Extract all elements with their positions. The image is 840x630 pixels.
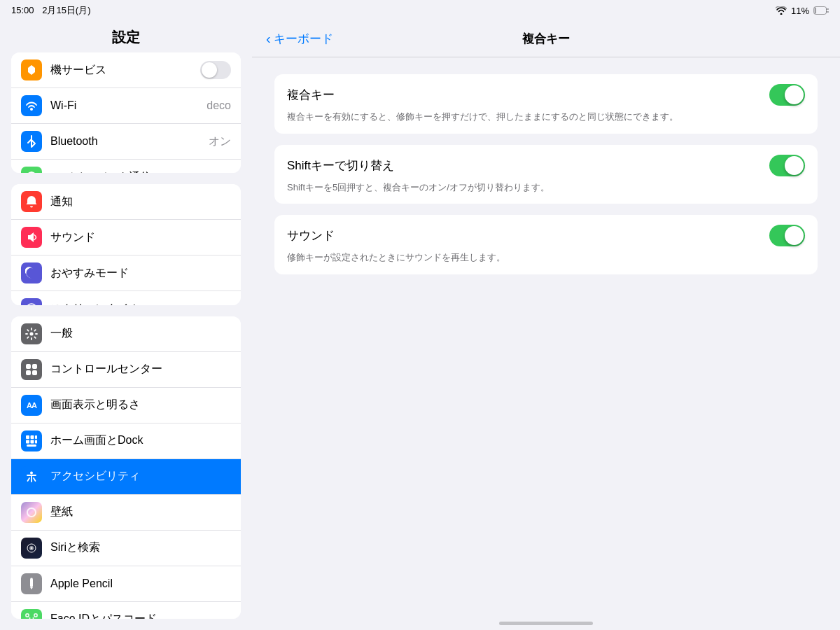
svg-rect-18 xyxy=(31,440,34,443)
machine-learning-label: 機サービス xyxy=(50,63,200,78)
sound-label: サウンド xyxy=(287,227,335,244)
right-content: 複合キー 複合キーを有効にすると、修飾キーを押すだけで、押したままにするのと同じ… xyxy=(252,57,840,616)
accessibility-label: アクセシビリティ xyxy=(50,469,231,484)
shift-toggle-toggle[interactable] xyxy=(769,155,805,176)
svg-rect-16 xyxy=(35,435,37,439)
face-id-label: Face IDとパスコード xyxy=(50,612,231,619)
home-indicator xyxy=(252,616,840,630)
svg-rect-17 xyxy=(26,440,29,443)
sidebar-item-face-id[interactable]: Face IDとパスコード xyxy=(11,602,241,619)
apple-pencil-icon xyxy=(21,573,42,594)
general-icon xyxy=(21,323,42,344)
right-panel-title: 複合キー xyxy=(522,31,570,47)
back-button[interactable]: ‹ キーボード xyxy=(266,31,333,47)
svg-marker-26 xyxy=(30,587,33,589)
svg-rect-20 xyxy=(27,444,36,447)
sidebar-item-wifi[interactable]: Wi-Fi deco xyxy=(11,88,241,124)
svg-rect-11 xyxy=(32,364,37,369)
home-dock-label: ホーム画面とDock xyxy=(50,433,231,448)
svg-point-33 xyxy=(33,617,34,619)
svg-rect-13 xyxy=(32,370,37,375)
mobile-data-label: モバイルデータ通信 xyxy=(50,170,231,174)
svg-rect-12 xyxy=(26,370,31,375)
sidebar-item-screen-time[interactable]: スクリーンタイム xyxy=(11,291,241,304)
svg-point-8 xyxy=(27,304,36,304)
bluetooth-icon xyxy=(21,131,42,152)
machine-learning-icon xyxy=(21,59,42,80)
notifications-label: 通知 xyxy=(50,195,231,209)
display-label: 画面表示と明るさ xyxy=(50,398,231,412)
mobile-data-icon xyxy=(21,167,42,173)
machine-learning-toggle[interactable] xyxy=(200,61,231,79)
sidebar-group-notifications: 通知 サウンド おやすみモード xyxy=(11,184,241,304)
sidebar-item-display[interactable]: AA 画面表示と明るさ xyxy=(11,388,241,424)
sidebar-item-general[interactable]: 一般 xyxy=(11,316,241,352)
notifications-icon xyxy=(21,191,42,212)
home-dock-icon xyxy=(21,430,42,451)
svg-point-24 xyxy=(31,547,32,549)
svg-rect-15 xyxy=(31,435,34,439)
svg-point-21 xyxy=(30,471,33,474)
bluetooth-label: Bluetooth xyxy=(50,135,209,148)
sticky-keys-label: 複合キー xyxy=(287,87,335,103)
sound-card: サウンド 修飾キーが設定されたときにサウンドを再生します。 xyxy=(274,215,818,274)
apple-pencil-label: Apple Pencil xyxy=(50,578,231,590)
sidebar-item-machine-learning[interactable]: 機サービス xyxy=(11,52,241,88)
sidebar-item-notifications[interactable]: 通知 xyxy=(11,184,241,220)
display-icon: AA xyxy=(21,395,42,416)
svg-rect-10 xyxy=(26,364,31,369)
sidebar-item-sounds[interactable]: サウンド xyxy=(11,220,241,255)
sounds-icon xyxy=(21,227,42,248)
shift-toggle-desc: Shiftキーを5回押すと、複合キーのオン/オフが切り替わります。 xyxy=(287,181,805,195)
screen-time-icon xyxy=(21,298,42,304)
status-time-date: 15:00 2月15日(月) xyxy=(11,4,91,17)
sidebar: 設定 機サービス xyxy=(0,21,252,630)
sidebar-item-wallpaper[interactable]: 壁紙 xyxy=(11,495,241,531)
sticky-keys-card: 複合キー 複合キーを有効にすると、修飾キーを押すだけで、押したままにするのと同じ… xyxy=(274,74,818,134)
do-not-disturb-icon xyxy=(21,262,42,284)
sounds-label: サウンド xyxy=(50,230,231,245)
back-chevron-icon: ‹ xyxy=(266,31,271,46)
sticky-keys-desc: 複合キーを有効にすると、修飾キーを押すだけで、押したままにするのと同じ状態にでき… xyxy=(287,110,805,124)
status-bar-right: 11% xyxy=(776,6,829,16)
accessibility-icon xyxy=(21,466,42,487)
wifi-value: deco xyxy=(206,99,231,112)
siri-icon xyxy=(21,538,42,559)
back-label: キーボード xyxy=(274,31,333,47)
screen-time-label: スクリーンタイム xyxy=(50,302,231,305)
wifi-icon-sidebar xyxy=(21,95,42,116)
svg-point-9 xyxy=(30,332,34,335)
sound-toggle[interactable] xyxy=(769,225,805,246)
sidebar-group-network: 機サービス Wi-Fi deco xyxy=(11,52,241,173)
sound-desc: 修飾キーが設定されたときにサウンドを再生します。 xyxy=(287,251,805,265)
sidebar-item-mobile-data[interactable]: モバイルデータ通信 xyxy=(11,160,241,173)
battery-icon xyxy=(813,6,829,15)
do-not-disturb-label: おやすみモード xyxy=(50,266,231,281)
sidebar-item-siri[interactable]: Siriと検索 xyxy=(11,531,241,566)
svg-rect-14 xyxy=(26,435,29,439)
right-panel: ‹ キーボード 複合キー 複合キー 複合キーを有効にすると、修飾キーを押すだけで… xyxy=(252,21,840,630)
sound-row: サウンド xyxy=(287,225,805,246)
wallpaper-icon xyxy=(21,502,42,523)
status-bar: 15:00 2月15日(月) 11% xyxy=(0,0,840,21)
wifi-label: Wi-Fi xyxy=(50,99,206,112)
svg-rect-19 xyxy=(35,440,37,443)
sidebar-item-home-dock[interactable]: ホーム画面とDock xyxy=(11,424,241,459)
sidebar-item-do-not-disturb[interactable]: おやすみモード xyxy=(11,255,241,291)
wallpaper-label: 壁紙 xyxy=(50,505,231,519)
sidebar-item-accessibility[interactable]: アクセシビリティ xyxy=(11,459,241,495)
sidebar-item-bluetooth[interactable]: Bluetooth オン xyxy=(11,124,241,160)
battery-percent: 11% xyxy=(791,6,809,16)
sidebar-item-apple-pencil[interactable]: Apple Pencil xyxy=(11,566,241,602)
sidebar-item-control-center[interactable]: コントロールセンター xyxy=(11,352,241,388)
wifi-icon xyxy=(776,6,787,15)
sticky-keys-row: 複合キー xyxy=(287,84,805,106)
svg-point-4 xyxy=(30,108,33,111)
right-header: ‹ キーボード 複合キー xyxy=(252,21,840,57)
siri-label: Siriと検索 xyxy=(50,540,231,555)
sidebar-group-general: 一般 コントロールセンター AA 画面表示と明るさ xyxy=(11,316,241,619)
bluetooth-value: オン xyxy=(209,134,231,149)
sticky-keys-toggle[interactable] xyxy=(769,84,805,106)
shift-toggle-label: Shiftキーで切り替え xyxy=(287,158,394,174)
svg-point-32 xyxy=(29,617,31,619)
